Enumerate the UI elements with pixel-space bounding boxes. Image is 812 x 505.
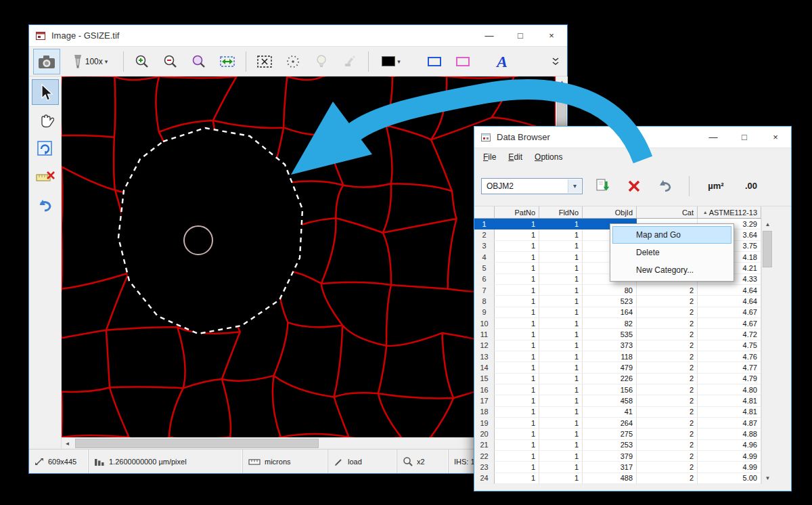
table-cell[interactable]: 1 [495, 407, 539, 418]
table-cell[interactable]: 1 [495, 241, 539, 252]
table-cell[interactable]: 1 [495, 418, 539, 429]
blue-rectangle-button[interactable] [421, 49, 448, 74]
table-cell[interactable]: 1 [495, 362, 539, 373]
row-number-cell[interactable]: 14 [474, 362, 495, 373]
table-cell[interactable]: 1 [495, 318, 539, 329]
table-cell[interactable]: 2 [637, 374, 698, 385]
table-cell[interactable]: 4.67 [698, 318, 761, 329]
table-cell[interactable]: 1 [539, 252, 583, 263]
table-cell[interactable]: 1 [539, 329, 583, 340]
table-cell[interactable]: 1 [539, 451, 583, 462]
table-row[interactable]: 161115624.80 [474, 385, 761, 395]
table-cell[interactable]: 1 [495, 329, 539, 340]
table-cell[interactable]: 1 [495, 341, 539, 351]
table-cell[interactable]: 41 [583, 407, 637, 418]
table-cell[interactable]: 2 [637, 451, 698, 462]
context-menu-item[interactable]: Map and Go [612, 226, 731, 244]
table-cell[interactable]: 1 [495, 229, 539, 240]
table-cell[interactable]: 1 [495, 351, 539, 362]
table-cell[interactable]: 458 [583, 395, 637, 406]
row-number-cell[interactable]: 15 [474, 374, 495, 385]
table-row[interactable]: 131111824.76 [474, 351, 761, 362]
table-row[interactable]: 171145824.81 [474, 395, 761, 406]
magenta-rectangle-button[interactable] [449, 49, 476, 74]
table-cell[interactable]: 2 [637, 418, 698, 429]
table-cell[interactable]: 1 [539, 440, 583, 451]
table-cell[interactable]: 1 [495, 374, 539, 385]
row-number-cell[interactable]: 19 [474, 418, 495, 429]
rotate-view-button[interactable] [32, 136, 59, 162]
table-row[interactable]: 121137324.75 [474, 341, 761, 351]
table-cell[interactable]: 2 [637, 307, 698, 318]
table-cell[interactable]: 1 [539, 418, 583, 429]
table-cell[interactable]: 4.64 [698, 296, 761, 307]
unit-button[interactable]: µm² [702, 175, 729, 197]
table-cell[interactable]: 4.81 [698, 407, 761, 418]
table-row[interactable]: 7118024.64 [474, 285, 761, 296]
table-cell[interactable]: 1 [495, 385, 539, 395]
table-row[interactable]: 18114124.81 [474, 407, 761, 418]
camera-button[interactable] [33, 49, 60, 74]
menu-file[interactable]: File [477, 150, 502, 164]
table-cell[interactable]: 1 [539, 307, 583, 318]
zoom-in-button[interactable] [129, 49, 156, 74]
table-cell[interactable]: 4.88 [698, 429, 761, 439]
table-row[interactable]: 191126424.87 [474, 418, 761, 429]
table-cell[interactable]: 1 [495, 451, 539, 462]
table-cell[interactable]: 1 [495, 395, 539, 406]
table-cell[interactable]: 118 [583, 351, 637, 362]
table-cell[interactable]: 1 [539, 274, 583, 285]
context-menu-item[interactable]: New Category... [612, 261, 731, 279]
table-cell[interactable]: 1 [539, 374, 583, 385]
table-cell[interactable]: 275 [583, 429, 637, 439]
table-cell[interactable]: 2 [637, 395, 698, 406]
table-row[interactable]: 141147924.77 [474, 362, 761, 373]
delete-record-button[interactable] [623, 175, 645, 197]
table-cell[interactable]: 1 [495, 473, 539, 484]
table-cell[interactable]: 479 [583, 362, 637, 373]
row-number-cell[interactable]: 11 [474, 329, 495, 340]
column-header-patno[interactable]: PatNo [495, 206, 539, 219]
row-number-cell[interactable]: 12 [474, 341, 495, 351]
table-cell[interactable]: 1 [539, 296, 583, 307]
table-cell[interactable]: 2 [637, 351, 698, 362]
table-row[interactable]: 91116424.67 [474, 307, 761, 318]
row-number-cell[interactable]: 5 [474, 263, 495, 273]
annotation-text-button[interactable]: A [489, 49, 516, 74]
table-cell[interactable]: 488 [583, 473, 637, 484]
table-vertical-scrollbar[interactable]: ▲ ▼ [761, 219, 773, 484]
table-cell[interactable]: 1 [539, 407, 583, 418]
table-cell[interactable]: 156 [583, 385, 637, 395]
illumination-button[interactable] [308, 49, 335, 74]
table-cell[interactable]: 253 [583, 440, 637, 451]
table-cell[interactable]: 164 [583, 307, 637, 318]
close-button[interactable]: × [536, 25, 567, 46]
table-cell[interactable]: 1 [495, 263, 539, 273]
row-number-cell[interactable]: 6 [474, 274, 495, 285]
zoom-out-button[interactable] [157, 49, 184, 74]
table-cell[interactable]: 4.79 [698, 374, 761, 385]
table-cell[interactable]: 4.75 [698, 341, 761, 351]
data-browser-titlebar[interactable]: Data Browser — □ × [474, 127, 791, 148]
row-number-cell[interactable]: 1 [474, 219, 495, 229]
export-button[interactable] [592, 175, 614, 197]
table-row[interactable]: 81152324.64 [474, 296, 761, 307]
table-cell[interactable]: 1 [539, 341, 583, 351]
hscroll-thumb[interactable] [75, 439, 319, 448]
row-number-cell[interactable]: 13 [474, 351, 495, 362]
table-cell[interactable]: 4.64 [698, 285, 761, 296]
table-cell[interactable]: 2 [637, 362, 698, 373]
table-cell[interactable]: 1 [539, 473, 583, 484]
table-cell[interactable]: 2 [637, 440, 698, 451]
point-select-button[interactable] [279, 49, 307, 74]
table-cell[interactable]: 523 [583, 296, 637, 307]
table-row[interactable]: 231131724.99 [474, 462, 761, 473]
pointer-tool-button[interactable] [32, 79, 59, 105]
table-cell[interactable]: 2 [637, 462, 698, 473]
table-cell[interactable]: 373 [583, 341, 637, 351]
table-cell[interactable]: 4.81 [698, 395, 761, 406]
dataset-combobox[interactable]: OBJM2 ▾ [481, 178, 583, 194]
minimize-button[interactable]: — [474, 25, 505, 46]
menu-options[interactable]: Options [528, 150, 568, 164]
table-cell[interactable]: 1 [495, 429, 539, 439]
